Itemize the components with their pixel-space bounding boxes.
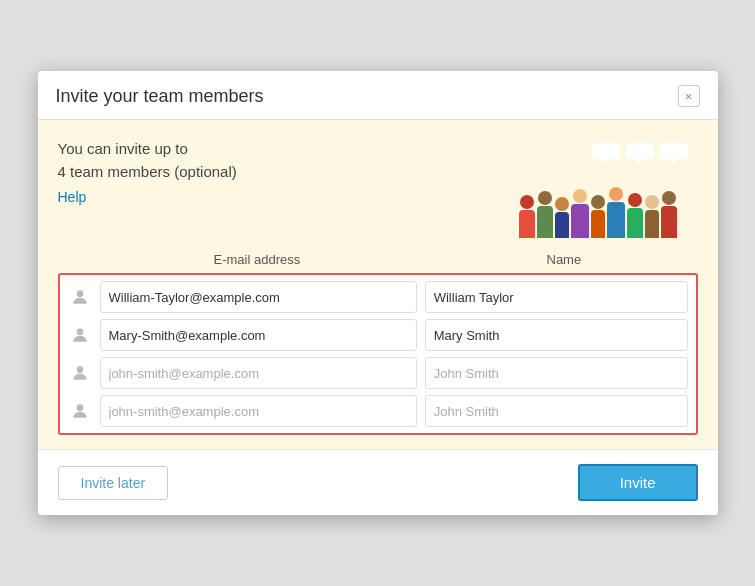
- col-headers: E-mail address Name: [58, 252, 698, 273]
- invite-limit-text-line2: 4 team members (optional): [58, 161, 498, 184]
- person-1: [519, 195, 535, 238]
- dialog-body: You can invite up to 4 team members (opt…: [38, 120, 718, 449]
- svg-point-1: [76, 328, 83, 335]
- help-link[interactable]: Help: [58, 189, 87, 205]
- email-input-3[interactable]: [100, 357, 417, 389]
- name-input-3[interactable]: [425, 357, 688, 389]
- team-illustration: [498, 138, 698, 238]
- invite-later-button[interactable]: Invite later: [58, 466, 169, 500]
- people-group: [519, 148, 677, 238]
- top-text: You can invite up to 4 team members (opt…: [58, 138, 498, 206]
- avatar-icon-3: [68, 361, 92, 385]
- invite-rows: [58, 273, 698, 435]
- name-input-1[interactable]: [425, 281, 688, 313]
- table-row: [68, 357, 688, 389]
- svg-point-3: [76, 404, 83, 411]
- top-section: You can invite up to 4 team members (opt…: [38, 120, 718, 252]
- dialog-footer: Invite later Invite: [38, 449, 718, 515]
- col-header-name: Name: [430, 252, 697, 267]
- person-7: [627, 193, 643, 238]
- table-row: [68, 395, 688, 427]
- bubble-1: [592, 143, 620, 159]
- person-6: [607, 187, 625, 238]
- avatar-icon-2: [68, 323, 92, 347]
- close-button[interactable]: ×: [678, 85, 700, 107]
- person-2: [537, 191, 553, 238]
- email-input-2[interactable]: [100, 319, 417, 351]
- dialog-title: Invite your team members: [56, 86, 264, 107]
- email-input-4[interactable]: [100, 395, 417, 427]
- speech-bubbles: [592, 143, 688, 159]
- col-header-email: E-mail address: [94, 252, 421, 267]
- invite-limit-text-line1: You can invite up to: [58, 138, 498, 161]
- table-row: [68, 319, 688, 351]
- title-bar: Invite your team members ×: [38, 71, 718, 120]
- bubble-2: [626, 143, 654, 159]
- avatar-icon-1: [68, 285, 92, 309]
- svg-point-0: [76, 290, 83, 297]
- avatar-icon-4: [68, 399, 92, 423]
- table-row: [68, 281, 688, 313]
- svg-point-2: [76, 366, 83, 373]
- table-section: E-mail address Name: [38, 252, 718, 449]
- person-9: [661, 191, 677, 238]
- person-5: [591, 195, 605, 238]
- invite-button[interactable]: Invite: [578, 464, 698, 501]
- bubble-3: [660, 143, 688, 159]
- invite-dialog: Invite your team members × You can invit…: [38, 71, 718, 515]
- name-input-2[interactable]: [425, 319, 688, 351]
- email-input-1[interactable]: [100, 281, 417, 313]
- person-8: [645, 195, 659, 238]
- person-4: [571, 189, 589, 238]
- name-input-4[interactable]: [425, 395, 688, 427]
- person-3: [555, 197, 569, 238]
